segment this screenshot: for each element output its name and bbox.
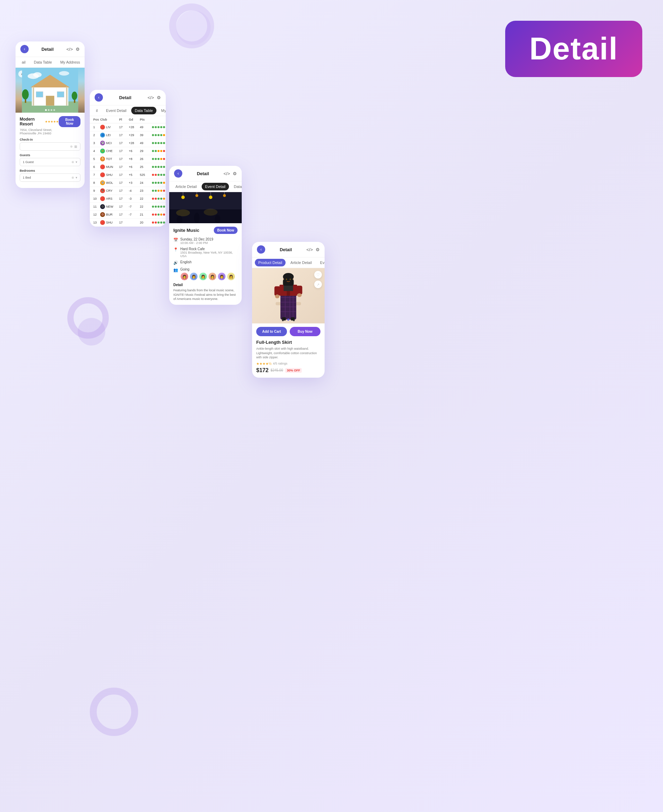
header-icons-2: </> ⚙ xyxy=(147,95,161,100)
svg-rect-7 xyxy=(36,92,43,97)
event-book-btn[interactable]: Book Now xyxy=(214,227,238,234)
phone-product-detail: ‹ Detail </> ⚙ Product Detail Article De… xyxy=(252,242,325,378)
add-to-cart-button[interactable]: Add to Cart xyxy=(256,327,287,336)
hotel-address: 7654, Cleveland Street, Phoenixville ,PA… xyxy=(20,128,81,135)
table-row: 6 🔴MUN 17 +6 25 xyxy=(90,163,166,171)
svg-point-26 xyxy=(176,209,190,216)
header-title-3: Detail xyxy=(182,171,223,176)
code-icon-4[interactable]: </> xyxy=(306,247,313,252)
book-now-button[interactable]: Book Now xyxy=(59,116,81,127)
settings-icon-2[interactable]: ⚙ xyxy=(157,95,161,100)
svg-rect-55 xyxy=(293,319,295,321)
code-icon-3[interactable]: </> xyxy=(223,171,230,176)
table-row: 11 ⚫NEW 17 -7 22 xyxy=(90,203,166,211)
table-row: 9 🦅CRY 17 -4 23 xyxy=(90,187,166,195)
event-illustration xyxy=(169,192,242,223)
hotel-illustration xyxy=(16,68,85,113)
header-title-4: Detail xyxy=(265,247,306,252)
table-row: 12 🟤BUR 17 -7 21 xyxy=(90,211,166,219)
tab4-article-detail[interactable]: Article Detail xyxy=(287,259,315,266)
calendar-icon: 📅 xyxy=(173,238,178,242)
code-icon[interactable]: </> xyxy=(66,47,73,52)
tab-my-address[interactable]: My Address xyxy=(57,58,83,66)
tab2-my-address[interactable]: My Address xyxy=(158,107,166,114)
svg-point-18 xyxy=(181,196,185,199)
svg-rect-9 xyxy=(46,96,54,105)
hotel-stars: ★★★★★ xyxy=(45,120,59,123)
svg-rect-48 xyxy=(275,287,280,296)
svg-rect-11 xyxy=(66,87,67,105)
phone-data-table: ‹ Detail </> ⚙ il Event Detail Data Tabl… xyxy=(90,90,166,227)
svg-point-27 xyxy=(204,209,218,216)
hotel-image: ‹ xyxy=(16,68,85,113)
tab4-event-detail[interactable]: Event Detail xyxy=(317,259,325,266)
back-button-3[interactable]: ‹ xyxy=(174,169,182,178)
event-venue: 📍 Hard Rock Cafe 1501 Broadway, New York… xyxy=(173,247,238,258)
tab-data-table[interactable]: Data Table xyxy=(31,58,55,66)
tab3-data-table[interactable]: Data Table xyxy=(230,183,242,190)
back-button-4[interactable]: ‹ xyxy=(257,245,265,254)
avatar-row: 👩 👩 👩 👩 👩 👩 xyxy=(180,272,235,280)
tab-bar-4: Product Detail Article Detail Event Deta… xyxy=(252,258,325,268)
deco-circle-4 xyxy=(169,3,214,49)
svg-point-3 xyxy=(59,71,69,76)
image-dots xyxy=(45,109,55,111)
phone-room-booking: ‹ Detail </> ⚙ ail Data Table My Address… xyxy=(16,42,85,188)
settings-icon-4[interactable]: ⚙ xyxy=(315,247,320,252)
col-form xyxy=(152,118,162,121)
event-language: 🔊 English xyxy=(173,260,238,265)
hero-title: Detail xyxy=(529,31,618,67)
settings-icon[interactable]: ⚙ xyxy=(76,47,80,52)
people-icon: 👥 xyxy=(173,268,178,272)
product-info: Full-Length Skirt Ankle-length skirt wit… xyxy=(252,340,325,378)
event-title: Ignite Music xyxy=(173,228,199,233)
location-icon: 📍 xyxy=(173,247,178,252)
svg-point-29 xyxy=(194,213,200,223)
settings-icon-3[interactable]: ⚙ xyxy=(233,171,237,176)
heart-button[interactable]: ♡ xyxy=(314,271,322,279)
tab-bar-3: Article Detail Event Detail Data Table M… xyxy=(169,182,242,192)
back-button[interactable]: ‹ xyxy=(20,45,29,53)
svg-point-51 xyxy=(297,293,302,297)
svg-point-22 xyxy=(209,196,212,199)
share-button[interactable]: ↗ xyxy=(314,280,322,288)
phone2-header: ‹ Detail </> ⚙ xyxy=(90,90,166,105)
bedrooms-input[interactable]: 1 Bed ⊗ ▾ xyxy=(20,173,81,182)
tab4-product-detail[interactable]: Product Detail xyxy=(255,259,286,266)
event-going: 👥 Going 👩 👩 👩 👩 👩 👩 xyxy=(173,267,238,280)
tab3-event-detail[interactable]: Event Detail xyxy=(202,183,229,190)
tab-detail[interactable]: ail xyxy=(18,58,29,66)
svg-point-13 xyxy=(22,89,29,99)
table-row: 13 🔴SHU 17 20 xyxy=(90,219,166,227)
tab3-article-detail[interactable]: Article Detail xyxy=(172,183,200,190)
event-date: 📅 Sunday, 22 Dec 2019 10:00 AM - 2:00 PM xyxy=(173,237,238,245)
back-button-2[interactable]: ‹ xyxy=(95,93,103,102)
guests-input[interactable]: 1 Guest ⊗ ▾ xyxy=(20,158,81,166)
svg-rect-45 xyxy=(283,279,294,285)
deco-circle-3 xyxy=(90,687,138,736)
tab2-data-table[interactable]: Data Table xyxy=(131,107,156,114)
buy-now-button[interactable]: Buy Now xyxy=(290,327,320,336)
ratings-count: 4/5 ratings xyxy=(273,362,287,365)
svg-point-30 xyxy=(215,215,220,223)
product-actions: Add to Cart Buy Now xyxy=(252,323,325,340)
header-title-2: Detail xyxy=(103,95,147,100)
tab2-il[interactable]: il xyxy=(92,107,101,114)
deco-circle-1 xyxy=(67,297,109,339)
code-icon-2[interactable]: </> xyxy=(147,95,154,100)
table-row: 10 🔴ARS 17 -3 22 xyxy=(90,195,166,203)
table-row: 1 🔴LIV 17 +28 49 xyxy=(90,123,166,131)
svg-point-20 xyxy=(196,194,198,197)
phone-event-detail: ‹ Detail </> ⚙ Article Detail Event Deta… xyxy=(169,166,242,305)
tab2-event-detail[interactable]: Event Detail xyxy=(103,107,130,114)
table-row: 5 🍺TOT 17 +8 26 xyxy=(90,155,166,163)
col-club: Club xyxy=(100,118,119,121)
avatar-1: 👩 xyxy=(180,272,189,280)
table-row: 4 🟢CHE 17 +6 29 xyxy=(90,147,166,155)
detail-label: Detail xyxy=(173,283,238,287)
event-image: ‹ xyxy=(169,192,242,223)
product-name: Full-Length Skirt xyxy=(256,340,320,345)
guests-label: Guests xyxy=(20,153,81,157)
price-row: $172 $245.00 30% OFF xyxy=(256,367,320,374)
checkin-input[interactable]: ⊗ ▦ xyxy=(20,143,81,151)
